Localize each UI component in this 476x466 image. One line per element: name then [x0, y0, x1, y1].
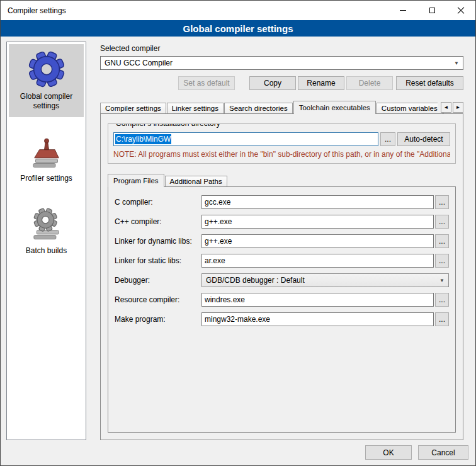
rename-button[interactable]: Rename	[298, 76, 344, 90]
static-linker-browse-button[interactable]: ...	[435, 254, 449, 268]
tab-custom-variables[interactable]: Custom variables	[377, 103, 443, 113]
sidebar-item-batch-builds[interactable]: Batch builds	[9, 202, 84, 262]
tab-toolchain-executables[interactable]: Toolchain executables	[293, 101, 376, 114]
profiler-tool-icon	[29, 135, 64, 170]
debugger-label: Debugger:	[115, 276, 201, 285]
tab-scroll-left-button[interactable]: ◄	[441, 102, 451, 113]
titlebar: Compiler settings	[1, 1, 475, 20]
selected-compiler-label: Selected compiler	[100, 44, 463, 53]
tab-compiler-settings[interactable]: Compiler settings	[100, 103, 166, 113]
blue-gear-icon	[27, 49, 66, 88]
window-title: Compiler settings	[1, 6, 66, 15]
sidebar-item-label: Batch builds	[26, 246, 67, 256]
debugger-dropdown[interactable]: GDB/CDB debugger : Default ▼	[201, 273, 449, 287]
minimize-icon	[400, 10, 406, 11]
dynamic-linker-label: Linker for dynamic libs:	[115, 237, 201, 246]
cpp-compiler-browse-button[interactable]: ...	[435, 215, 449, 229]
make-program-input[interactable]	[201, 312, 434, 326]
sidebar-item-global-compiler-settings[interactable]: Global compiler settings	[9, 44, 84, 117]
debugger-value: GDB/CDB debugger : Default	[206, 276, 305, 285]
selected-compiler-value: GNU GCC Compiler	[105, 59, 173, 67]
dynamic-linker-row: Linker for dynamic libs: ...	[115, 234, 449, 248]
chevron-down-icon: ▼	[436, 278, 445, 283]
install-dir-browse-button[interactable]: ...	[380, 132, 395, 146]
program-files-panel: C compiler: ... C++ compiler: ... Linker…	[108, 186, 456, 433]
tab-search-directories[interactable]: Search directories	[224, 103, 293, 113]
sidebar-item-label: Profiler settings	[20, 174, 72, 183]
install-dir-note: NOTE: All programs must exist either in …	[113, 150, 450, 159]
ok-button[interactable]: OK	[365, 445, 412, 460]
toolchain-executables-panel: Compiler's installation directory C:\ray…	[100, 113, 463, 440]
selected-compiler-dropdown[interactable]: GNU GCC Compiler ▼	[100, 56, 463, 70]
maximize-icon	[429, 8, 435, 13]
minimize-button[interactable]	[388, 1, 417, 20]
install-dir-selected-text: C:\raylib\MinGW	[115, 134, 171, 144]
c-compiler-browse-button[interactable]: ...	[435, 195, 449, 209]
resource-compiler-browse-button[interactable]: ...	[435, 293, 449, 307]
delete-button[interactable]: Delete	[346, 76, 393, 90]
cpp-compiler-input[interactable]	[201, 215, 434, 229]
installation-directory-row: C:\raylib\MinGW ... Auto-detect	[113, 132, 450, 146]
cpp-compiler-row: C++ compiler: ...	[115, 215, 449, 229]
make-program-row: Make program: ...	[115, 312, 449, 326]
subtab-program-files[interactable]: Program Files	[108, 174, 164, 187]
tab-scroll-controls: ◄ ►	[438, 102, 463, 113]
c-compiler-input[interactable]	[201, 195, 434, 209]
close-button[interactable]	[446, 1, 475, 20]
gray-gear-stack-icon	[29, 207, 64, 242]
subtab-additional-paths[interactable]: Additional Paths	[165, 176, 227, 186]
settings-tabbar: Compiler settings Linker settings Search…	[100, 99, 463, 114]
compiler-settings-dialog: Compiler settings Global compiler settin…	[0, 0, 476, 466]
copy-button[interactable]: Copy	[249, 76, 296, 90]
static-linker-input[interactable]	[201, 254, 434, 268]
chevron-down-icon: ▼	[450, 60, 459, 66]
resource-compiler-input[interactable]	[201, 293, 434, 307]
page-title: Global compiler settings	[1, 20, 475, 37]
installation-directory-legend: Compiler's installation directory	[113, 123, 223, 128]
set-as-default-button[interactable]: Set as default	[178, 76, 235, 90]
main-panel: Selected compiler GNU GCC Compiler ▼ Set…	[93, 42, 470, 440]
c-compiler-row: C compiler: ...	[115, 195, 449, 209]
make-program-label: Make program:	[115, 315, 201, 324]
cancel-button[interactable]: Cancel	[418, 445, 468, 460]
debugger-row: Debugger: GDB/CDB debugger : Default ▼	[115, 273, 449, 287]
window-controls	[388, 1, 475, 20]
compiler-actions-row: Set as default Copy Rename Delete Reset …	[100, 76, 463, 90]
static-linker-row: Linker for static libs: ...	[115, 254, 449, 268]
install-dir-input[interactable]: C:\raylib\MinGW	[113, 132, 378, 146]
reset-defaults-button[interactable]: Reset defaults	[396, 76, 463, 90]
auto-detect-button[interactable]: Auto-detect	[397, 132, 450, 146]
make-program-browse-button[interactable]: ...	[435, 312, 449, 326]
installation-directory-group: Compiler's installation directory C:\ray…	[108, 123, 456, 164]
dynamic-linker-input[interactable]	[201, 234, 434, 248]
dialog-content: Global compiler settings Profiler settin…	[1, 37, 475, 440]
resource-compiler-row: Resource compiler: ...	[115, 293, 449, 307]
tab-linker-settings[interactable]: Linker settings	[167, 103, 224, 113]
cpp-compiler-label: C++ compiler:	[115, 217, 201, 226]
c-compiler-label: C compiler:	[115, 198, 201, 207]
maximize-button[interactable]	[417, 1, 446, 20]
settings-sidebar: Global compiler settings Profiler settin…	[6, 42, 86, 440]
sidebar-item-label: Global compiler settings	[10, 92, 82, 111]
static-linker-label: Linker for static libs:	[115, 256, 201, 265]
dynamic-linker-browse-button[interactable]: ...	[435, 234, 449, 248]
tab-scroll-right-button[interactable]: ►	[453, 102, 463, 113]
sidebar-item-profiler-settings[interactable]: Profiler settings	[9, 130, 84, 190]
resource-compiler-label: Resource compiler:	[115, 295, 201, 304]
dialog-footer: OK Cancel	[1, 440, 475, 465]
program-subtabbar: Program Files Additional Paths	[108, 172, 456, 187]
close-icon	[457, 7, 465, 14]
